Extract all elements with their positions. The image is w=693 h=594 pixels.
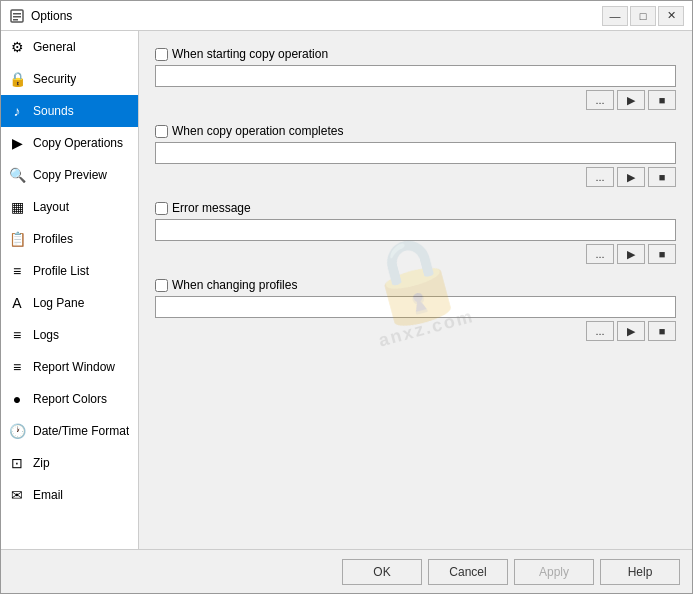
input-complete-copy[interactable] bbox=[155, 142, 676, 164]
sidebar-item-copy-preview[interactable]: 🔍Copy Preview bbox=[1, 159, 138, 191]
sidebar-item-zip[interactable]: ⊡Zip bbox=[1, 447, 138, 479]
titlebar: Options — □ ✕ bbox=[1, 1, 692, 31]
sidebar-label-logs: Logs bbox=[33, 328, 59, 342]
sidebar-label-copy-operations: Copy Operations bbox=[33, 136, 123, 150]
zip-icon: ⊡ bbox=[7, 453, 27, 473]
controls-error-message: ... ▶ ■ bbox=[155, 244, 676, 264]
section-label-complete-copy: When copy operation completes bbox=[172, 124, 343, 138]
sidebar-label-datetime-format: Date/Time Format bbox=[33, 424, 129, 438]
sounds-icon: ♪ bbox=[7, 101, 27, 121]
play-btn-start-copy[interactable]: ▶ bbox=[617, 90, 645, 110]
sidebar-item-security[interactable]: 🔒Security bbox=[1, 63, 138, 95]
sidebar-label-report-colors: Report Colors bbox=[33, 392, 107, 406]
sidebar-item-log-pane[interactable]: ALog Pane bbox=[1, 287, 138, 319]
sidebar-label-layout: Layout bbox=[33, 200, 69, 214]
sidebar-item-sounds[interactable]: ♪Sounds bbox=[1, 95, 138, 127]
general-icon: ⚙ bbox=[7, 37, 27, 57]
browse-btn-error-message[interactable]: ... bbox=[586, 244, 614, 264]
sidebar-item-report-window[interactable]: ≡Report Window bbox=[1, 351, 138, 383]
sidebar-item-logs[interactable]: ≡Logs bbox=[1, 319, 138, 351]
security-icon: 🔒 bbox=[7, 69, 27, 89]
checkbox-changing-profiles[interactable] bbox=[155, 279, 168, 292]
section-label-error-message: Error message bbox=[172, 201, 251, 215]
minimize-button[interactable]: — bbox=[602, 6, 628, 26]
sidebar-label-sounds: Sounds bbox=[33, 104, 74, 118]
svg-rect-1 bbox=[13, 13, 21, 15]
sidebar-item-report-colors[interactable]: ●Report Colors bbox=[1, 383, 138, 415]
input-changing-profiles[interactable] bbox=[155, 296, 676, 318]
checkbox-error-message[interactable] bbox=[155, 202, 168, 215]
stop-btn-error-message[interactable]: ■ bbox=[648, 244, 676, 264]
footer: OK Cancel Apply Help bbox=[1, 549, 692, 593]
input-error-message[interactable] bbox=[155, 219, 676, 241]
play-btn-complete-copy[interactable]: ▶ bbox=[617, 167, 645, 187]
profile-list-icon: ≡ bbox=[7, 261, 27, 281]
browse-btn-changing-profiles[interactable]: ... bbox=[586, 321, 614, 341]
datetime-format-icon: 🕐 bbox=[7, 421, 27, 441]
sidebar-label-log-pane: Log Pane bbox=[33, 296, 84, 310]
section-header-changing-profiles: When changing profiles bbox=[155, 278, 676, 292]
svg-rect-2 bbox=[13, 16, 21, 18]
sound-section-error-message: Error message ... ▶ ■ bbox=[155, 201, 676, 264]
sidebar-label-security: Security bbox=[33, 72, 76, 86]
sidebar-label-zip: Zip bbox=[33, 456, 50, 470]
checkbox-start-copy[interactable] bbox=[155, 48, 168, 61]
play-btn-error-message[interactable]: ▶ bbox=[617, 244, 645, 264]
sidebar-label-profile-list: Profile List bbox=[33, 264, 89, 278]
sidebar-label-profiles: Profiles bbox=[33, 232, 73, 246]
sound-section-start-copy: When starting copy operation ... ▶ ■ bbox=[155, 47, 676, 110]
controls-complete-copy: ... ▶ ■ bbox=[155, 167, 676, 187]
sound-section-complete-copy: When copy operation completes ... ▶ ■ bbox=[155, 124, 676, 187]
window-icon bbox=[9, 8, 25, 24]
input-start-copy[interactable] bbox=[155, 65, 676, 87]
stop-btn-start-copy[interactable]: ■ bbox=[648, 90, 676, 110]
sidebar-item-layout[interactable]: ▦Layout bbox=[1, 191, 138, 223]
email-icon: ✉ bbox=[7, 485, 27, 505]
section-header-error-message: Error message bbox=[155, 201, 676, 215]
section-header-complete-copy: When copy operation completes bbox=[155, 124, 676, 138]
options-window: Options — □ ✕ ⚙General🔒Security♪Sounds▶C… bbox=[0, 0, 693, 594]
cancel-button[interactable]: Cancel bbox=[428, 559, 508, 585]
sidebar-item-profile-list[interactable]: ≡Profile List bbox=[1, 255, 138, 287]
controls-start-copy: ... ▶ ■ bbox=[155, 90, 676, 110]
sidebar-item-general[interactable]: ⚙General bbox=[1, 31, 138, 63]
controls-changing-profiles: ... ▶ ■ bbox=[155, 321, 676, 341]
sidebar-label-general: General bbox=[33, 40, 76, 54]
window-controls: — □ ✕ bbox=[602, 6, 684, 26]
profiles-icon: 📋 bbox=[7, 229, 27, 249]
browse-btn-start-copy[interactable]: ... bbox=[586, 90, 614, 110]
sidebar-label-copy-preview: Copy Preview bbox=[33, 168, 107, 182]
checkbox-complete-copy[interactable] bbox=[155, 125, 168, 138]
logs-icon: ≡ bbox=[7, 325, 27, 345]
svg-rect-3 bbox=[13, 19, 18, 21]
report-window-icon: ≡ bbox=[7, 357, 27, 377]
copy-operations-icon: ▶ bbox=[7, 133, 27, 153]
copy-preview-icon: 🔍 bbox=[7, 165, 27, 185]
log-pane-icon: A bbox=[7, 293, 27, 313]
window-title: Options bbox=[31, 9, 602, 23]
maximize-button[interactable]: □ bbox=[630, 6, 656, 26]
sidebar-item-email[interactable]: ✉Email bbox=[1, 479, 138, 511]
sound-section-changing-profiles: When changing profiles ... ▶ ■ bbox=[155, 278, 676, 341]
window-content: ⚙General🔒Security♪Sounds▶Copy Operations… bbox=[1, 31, 692, 549]
sidebar-item-datetime-format[interactable]: 🕐Date/Time Format bbox=[1, 415, 138, 447]
sidebar-item-profiles[interactable]: 📋Profiles bbox=[1, 223, 138, 255]
sidebar-item-copy-operations[interactable]: ▶Copy Operations bbox=[1, 127, 138, 159]
report-colors-icon: ● bbox=[7, 389, 27, 409]
main-panel: When starting copy operation ... ▶ ■ Whe… bbox=[139, 31, 692, 549]
sidebar: ⚙General🔒Security♪Sounds▶Copy Operations… bbox=[1, 31, 139, 549]
section-label-changing-profiles: When changing profiles bbox=[172, 278, 297, 292]
ok-button[interactable]: OK bbox=[342, 559, 422, 585]
stop-btn-changing-profiles[interactable]: ■ bbox=[648, 321, 676, 341]
apply-button[interactable]: Apply bbox=[514, 559, 594, 585]
stop-btn-complete-copy[interactable]: ■ bbox=[648, 167, 676, 187]
sidebar-label-email: Email bbox=[33, 488, 63, 502]
close-button[interactable]: ✕ bbox=[658, 6, 684, 26]
help-button[interactable]: Help bbox=[600, 559, 680, 585]
browse-btn-complete-copy[interactable]: ... bbox=[586, 167, 614, 187]
sidebar-label-report-window: Report Window bbox=[33, 360, 115, 374]
play-btn-changing-profiles[interactable]: ▶ bbox=[617, 321, 645, 341]
layout-icon: ▦ bbox=[7, 197, 27, 217]
section-label-start-copy: When starting copy operation bbox=[172, 47, 328, 61]
section-header-start-copy: When starting copy operation bbox=[155, 47, 676, 61]
